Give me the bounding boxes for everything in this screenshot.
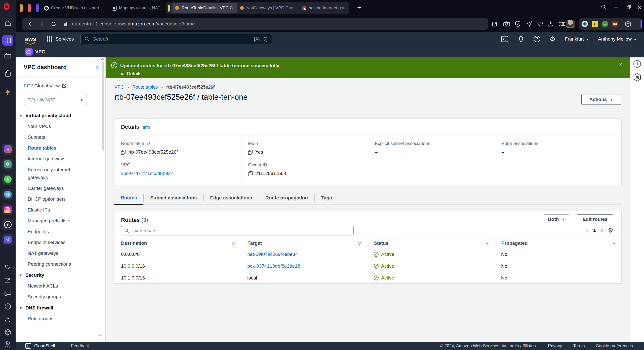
account-menu[interactable]: Anthony Mellow▼ — [598, 36, 636, 42]
sidebar-item[interactable]: Internet gateways — [28, 155, 99, 163]
tab-routes[interactable]: Routes — [114, 192, 143, 204]
info-link[interactable]: Info — [143, 125, 150, 130]
both-filter-button[interactable]: Both▼ — [544, 214, 569, 224]
section-heading[interactable]: ▼Virtual private cloud — [16, 113, 105, 118]
new-tab-button[interactable]: + — [357, 4, 361, 11]
instagram-icon[interactable] — [0, 204, 16, 215]
telegram-icon[interactable] — [0, 189, 16, 200]
send-aria-icon[interactable] — [526, 21, 532, 27]
tab-edge-associations[interactable]: Edge associations — [204, 192, 259, 204]
reload-icon[interactable] — [51, 21, 56, 27]
amazon-q-button[interactable] — [630, 71, 644, 84]
green-extension-icon[interactable] — [602, 21, 608, 27]
tab-subnet-associations[interactable]: Subnet associations — [144, 192, 203, 204]
col-target[interactable]: Target▽ — [241, 238, 367, 248]
briefcase-workspace-icon[interactable] — [0, 52, 16, 59]
breadcrumb-route-tables[interactable]: Route tables — [132, 85, 158, 90]
more-dots-icon[interactable]: ••• — [0, 345, 16, 350]
sort-icon[interactable]: ▽ — [612, 241, 615, 246]
settings-icon[interactable]: ⚙ — [550, 35, 555, 43]
opera-logo[interactable] — [4, 3, 9, 10]
chatgpt-icon[interactable]: ✻ — [0, 159, 16, 170]
info-panel-button[interactable]: i — [630, 57, 644, 71]
target-link[interactable]: pcx-0374213dbf8e2de18 — [247, 263, 300, 269]
sidebar-item[interactable]: DHCP option sets — [28, 195, 99, 203]
shopping-bag-workspace-icon[interactable] — [0, 70, 16, 77]
services-grid-icon[interactable] — [47, 36, 53, 42]
filter-routes-box[interactable] — [121, 226, 354, 235]
ec2-global-view-link[interactable]: EC2 Global View — [24, 83, 105, 89]
aws-logo[interactable]: aws — [25, 37, 36, 42]
aws-search-box[interactable]: [Alt+S] — [80, 34, 272, 44]
sidebar-item[interactable]: Carrier gateways — [28, 184, 99, 192]
lightning-icon[interactable] — [0, 89, 16, 96]
flash-close-icon[interactable]: × — [619, 61, 623, 68]
sidebar-item[interactable]: Peering connections — [28, 260, 99, 268]
eye-extension-icon[interactable] — [582, 21, 588, 27]
next-page-icon[interactable]: › — [601, 228, 603, 233]
cookie-preferences-link[interactable]: Cookie preferences — [596, 343, 633, 348]
copy-icon[interactable] — [248, 150, 252, 155]
cube-extension-icon[interactable] — [625, 21, 631, 27]
terms-link[interactable]: Terms — [573, 343, 585, 348]
help-icon[interactable]: ? — [534, 36, 540, 42]
privacy-link[interactable]: Privacy — [548, 343, 562, 348]
tab-island-orange[interactable] — [20, 4, 23, 12]
history-clock-icon[interactable] — [0, 303, 16, 310]
notifications-bell-icon[interactable] — [517, 36, 525, 43]
filter-by-vpc-select[interactable]: Filter by VPC▼ — [24, 95, 87, 105]
sidebar-close-icon[interactable]: × — [95, 65, 99, 70]
browser-tab[interactable]: K Маршрутизація, NAT, VPN — [112, 3, 164, 13]
sidebar-item[interactable]: Endpoints — [28, 228, 99, 235]
aria-icon[interactable] — [0, 234, 16, 245]
ublock-extension-icon[interactable]: uO — [612, 21, 618, 27]
copy-icon[interactable] — [121, 150, 125, 155]
sidebar-item[interactable]: Security groups — [28, 293, 99, 301]
cloudshell-icon[interactable]: >_ — [25, 343, 31, 349]
download-icon[interactable] — [547, 21, 554, 27]
col-destination[interactable]: Destination▽ — [114, 238, 241, 248]
prev-page-icon[interactable]: ‹ — [586, 228, 588, 233]
sidebar-item-route-tables[interactable]: Route tables — [28, 144, 99, 152]
scroll-up-icon[interactable] — [101, 58, 103, 60]
bookmark-edit-icon[interactable] — [492, 21, 498, 27]
sidebar-item[interactable]: Endpoint services — [28, 238, 99, 246]
url-text[interactable]: eu-central-1.console.aws.amazon.com/vpcc… — [72, 21, 195, 27]
vpc-link[interactable]: vpc-07d71f71ccdd8b927 — [121, 171, 173, 176]
sidebar-item[interactable]: Rule groups — [28, 315, 99, 323]
flash-details-toggle[interactable]: ▶Details — [121, 71, 141, 77]
close-window-icon[interactable]: × — [637, 4, 641, 11]
copy-icon[interactable] — [248, 171, 252, 176]
whatsapp-icon[interactable] — [0, 174, 16, 185]
shield-check-icon[interactable] — [515, 21, 521, 27]
address-bar[interactable]: eu-central-1.console.aws.amazon.com/vpcc… — [22, 18, 488, 30]
browser-tab[interactable]: NatGateways | VPC Consol — [239, 3, 297, 13]
sidebar-toggle-pill[interactable] — [640, 20, 642, 28]
pinboard-icon[interactable] — [0, 277, 16, 284]
col-propagated[interactable]: Propagated▽ — [495, 238, 621, 248]
favorites-heart-icon[interactable] — [0, 264, 16, 270]
browser-tab-active[interactable]: RouteTableDetails | VPC C — [172, 3, 237, 13]
sort-icon[interactable]: ▽ — [232, 241, 235, 246]
minimize-icon[interactable] — [614, 8, 618, 8]
region-selector[interactable]: Frankfurt▼ — [565, 36, 589, 42]
sort-icon[interactable]: ▽ — [358, 241, 361, 246]
filter-routes-input[interactable] — [132, 228, 350, 234]
cloudshell-link[interactable]: CloudShell — [34, 343, 55, 348]
edit-routes-button[interactable]: Edit routes — [577, 214, 613, 224]
tab-island-violet[interactable] — [36, 4, 39, 12]
sidebar-item[interactable]: Your VPCs — [28, 122, 99, 130]
scroll-down-icon[interactable] — [99, 333, 102, 336]
browser-tab[interactable]: Create VHD with diskpart — [44, 3, 107, 13]
home-icon[interactable] — [0, 20, 16, 27]
restore-icon[interactable] — [626, 5, 631, 10]
snapshot-camera-icon[interactable] — [503, 21, 510, 27]
section-heading[interactable]: ▼Security — [16, 272, 105, 278]
sidebar-scrollbar[interactable] — [102, 62, 104, 151]
tune-sliders-icon[interactable] — [558, 21, 566, 27]
sidebar-item[interactable]: Managed prefix lists — [28, 217, 99, 225]
section-heading[interactable]: ▼DNS firewall — [16, 305, 105, 311]
browser-tab[interactable]: has no Internet gateway a — [302, 3, 348, 13]
search-tabs-icon[interactable] — [601, 4, 607, 10]
sidebar-item[interactable]: Egress-only internet gateways — [28, 166, 91, 181]
